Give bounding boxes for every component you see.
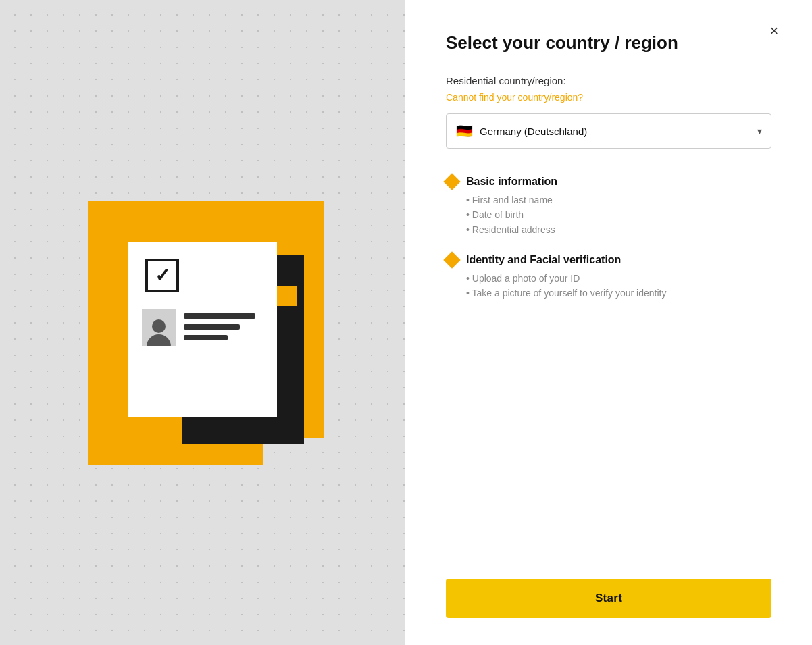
basic-info-item-1: • First and last name <box>466 195 771 205</box>
avatar-body <box>147 334 171 346</box>
cannot-find-country-link[interactable]: Cannot find your country/region? <box>446 92 771 103</box>
basic-info-header: Basic information <box>446 176 771 188</box>
page-title: Select your country / region <box>446 32 771 53</box>
basic-info-section: Basic information • First and last name … <box>446 176 771 235</box>
country-label: Residential country/region: <box>446 75 771 86</box>
identity-item-1: • Upload a photo of your ID <box>466 273 771 284</box>
illustration-card <box>128 242 277 417</box>
identity-items: • Upload a photo of your ID • Take a pic… <box>446 273 771 299</box>
illustration-lines <box>184 313 263 340</box>
illustration-line-2 <box>184 324 240 330</box>
country-dropdown-wrapper: 🇩🇪 Germany (Deutschland) ▾ <box>446 113 771 149</box>
illustration-yellow-small <box>277 286 297 306</box>
basic-info-title: Basic information <box>466 176 557 188</box>
identity-header: Identity and Facial verification <box>446 254 771 266</box>
flag-icon: 🇩🇪 <box>456 124 473 138</box>
basic-info-item-2: • Date of birth <box>466 209 771 220</box>
identity-item-2: • Take a picture of yourself to verify y… <box>466 288 771 299</box>
checkmark-icon <box>145 259 179 292</box>
right-panel: × Select your country / region Residenti… <box>405 0 812 645</box>
diamond-icon-identity <box>443 251 460 268</box>
illustration-id-content <box>142 309 263 346</box>
start-button[interactable]: Start <box>446 579 771 618</box>
illustration-checkmark-area <box>142 255 182 296</box>
kyc-illustration <box>61 161 345 485</box>
illustration-line-1 <box>184 313 255 319</box>
avatar-head <box>152 319 166 333</box>
illustration-avatar <box>142 309 176 346</box>
identity-section: Identity and Facial verification • Uploa… <box>446 254 771 299</box>
basic-info-item-3: • Residential address <box>466 224 771 235</box>
dropdown-selected-value: Germany (Deutschland) <box>480 126 587 137</box>
country-dropdown[interactable]: 🇩🇪 Germany (Deutschland) <box>446 113 771 149</box>
left-panel <box>0 0 405 645</box>
close-button[interactable]: × <box>763 20 785 42</box>
identity-title: Identity and Facial verification <box>466 254 621 266</box>
illustration-line-3 <box>184 335 228 340</box>
basic-info-items: • First and last name • Date of birth • … <box>446 195 771 235</box>
diamond-icon-basic <box>443 173 460 190</box>
